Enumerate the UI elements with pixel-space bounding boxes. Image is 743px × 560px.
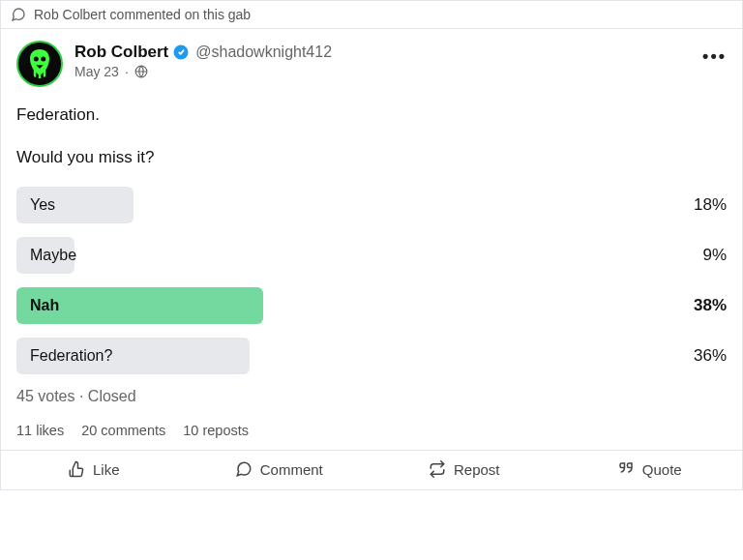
separator: ·: [125, 64, 129, 79]
comments-count[interactable]: 20 comments: [81, 423, 165, 438]
poll-meta: 45 votes · Closed: [16, 388, 727, 405]
poll: Yes18%Maybe9%Nah38%Federation?36%: [16, 187, 727, 374]
quote-button[interactable]: Quote: [557, 451, 743, 489]
svg-point-2: [174, 45, 189, 60]
poll-option[interactable]: Federation?36%: [16, 338, 727, 374]
poll-bar: Federation?: [16, 338, 250, 374]
post-line: Federation.: [16, 103, 727, 128]
notice-bar: Rob Colbert commented on this gab: [1, 1, 742, 29]
poll-bar: Yes: [16, 187, 134, 223]
quote-icon: [617, 460, 635, 478]
poll-option[interactable]: Nah38%: [16, 287, 727, 324]
post-card: Rob Colbert commented on this gab Rob Co…: [0, 0, 743, 490]
comment-label: Comment: [260, 461, 323, 478]
display-name[interactable]: Rob Colbert: [74, 43, 168, 62]
post-header: Rob Colbert @shadowknight412 May 23 ·: [16, 41, 727, 87]
poll-bar-wrap: Federation?: [16, 338, 665, 374]
poll-bar: Nah: [16, 287, 263, 324]
svg-point-1: [41, 57, 45, 62]
repost-label: Repost: [454, 461, 500, 478]
poll-option[interactable]: Yes18%: [16, 187, 727, 223]
more-button[interactable]: •••: [702, 46, 727, 67]
handle[interactable]: @shadowknight412: [195, 44, 332, 61]
poll-bar: Maybe: [16, 237, 74, 274]
post-line: Would you miss it?: [16, 145, 727, 170]
poll-percent: 18%: [665, 195, 727, 215]
avatar[interactable]: [16, 41, 63, 87]
comment-icon: [11, 7, 26, 22]
globe-icon[interactable]: [134, 65, 148, 78]
reposts-count[interactable]: 10 reposts: [183, 423, 249, 438]
like-button[interactable]: Like: [1, 451, 187, 489]
verified-badge-icon: [172, 44, 190, 61]
poll-bar-wrap: Maybe: [16, 237, 665, 274]
poll-percent: 36%: [665, 346, 727, 366]
poll-bar-wrap: Nah: [16, 287, 665, 324]
comment-icon: [235, 460, 253, 478]
notice-text: Rob Colbert commented on this gab: [34, 7, 251, 22]
comment-button[interactable]: Comment: [187, 451, 372, 489]
poll-percent: 38%: [665, 296, 727, 315]
poll-percent: 9%: [665, 246, 727, 265]
like-label: Like: [93, 461, 120, 478]
poll-option[interactable]: Maybe9%: [16, 237, 727, 274]
action-bar: Like Comment Repost Quo: [1, 450, 742, 489]
svg-point-0: [34, 57, 39, 62]
post-text: Federation. Would you miss it?: [16, 103, 727, 169]
repost-button[interactable]: Repost: [372, 451, 557, 489]
post-date[interactable]: May 23: [74, 64, 119, 79]
quote-label: Quote: [642, 461, 682, 478]
post-stats: 11 likes 20 comments 10 reposts: [16, 423, 727, 438]
poll-bar-wrap: Yes: [16, 187, 665, 223]
likes-count[interactable]: 11 likes: [16, 423, 64, 438]
thumbs-up-icon: [68, 460, 85, 478]
repost-icon: [429, 460, 446, 478]
